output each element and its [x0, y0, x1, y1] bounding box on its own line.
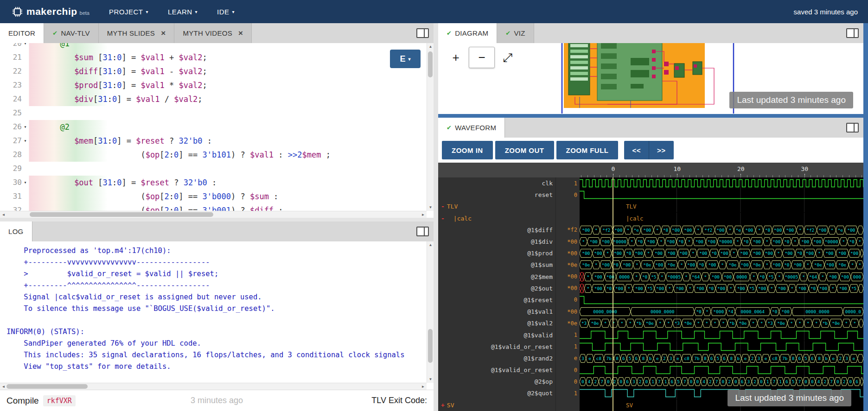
svg-text:*8: *8: [663, 228, 669, 233]
editor-vertical-scrollbar[interactable]: ▲ ▼: [427, 43, 434, 211]
svg-text:0: 0: [722, 379, 725, 384]
svg-text:7: 7: [830, 379, 833, 384]
wave-row[interactable]: reset0: [438, 189, 863, 201]
code-line[interactable]: 21 $sum [31:0] = $val1 + $val2;: [0, 51, 427, 64]
code-line[interactable]: 25: [0, 106, 427, 120]
tab-nav-tlv[interactable]: ✔ NAV-TLV: [44, 23, 99, 43]
wave-scroll-left-button[interactable]: <<: [624, 141, 649, 159]
waveform-canvas[interactable]: clk1reset0-TLVTLV-|calc|calc@1$diff*f2*0…: [438, 177, 863, 411]
menu-learn[interactable]: LEARN▾: [168, 8, 198, 16]
svg-text:*00: *00: [753, 251, 761, 256]
waveform-timeline[interactable]: 0102030: [438, 163, 863, 177]
scroll-down-icon[interactable]: ▼: [427, 204, 434, 211]
scroll-right-icon[interactable]: ►: [420, 211, 427, 218]
fold-icon[interactable]: ▾: [22, 134, 29, 148]
compile-id-badge[interactable]: rkfVXR: [43, 395, 76, 406]
editor-menu-button[interactable]: E ▾: [390, 50, 421, 68]
wave-zoom-full-button[interactable]: ZOOM FULL: [556, 141, 619, 159]
wave-row[interactable]: @1$valid_or_reset1: [438, 341, 863, 353]
wave-row[interactable]: @2$out*00**00*0*00**00*5*00**00**00*0*00…: [438, 283, 863, 294]
code-line[interactable]: 24 $div[31:0] = $val1 / $val2;: [0, 92, 427, 106]
wave-row[interactable]: @1$valid1: [438, 329, 863, 341]
wave-scroll-right-button[interactable]: >>: [649, 141, 674, 159]
scroll-right-icon[interactable]: ►: [420, 383, 427, 390]
wave-row[interactable]: @1$diff*f2*00**f2*00**e*00**8*00*00**f2*…: [438, 224, 863, 236]
code-line[interactable]: 22 $diff[31:0] = $val1 - $val2;: [0, 64, 427, 78]
split-pane-icon[interactable]: [416, 227, 429, 236]
log-line: This includes: 35 signal declarations, 1…: [6, 349, 427, 361]
wave-row[interactable]: @1$prod*00*00*00**00*0*00**00*00*00**00*…: [438, 247, 863, 259]
fold-icon[interactable]: ▾: [22, 176, 29, 190]
collapse-icon[interactable]: -: [441, 203, 445, 210]
zoom-in-button[interactable]: +: [446, 47, 466, 68]
fold-icon[interactable]: ▾: [22, 120, 29, 134]
menu-ide[interactable]: IDE▾: [217, 8, 235, 16]
log-vertical-scrollbar[interactable]: ▲ ▼: [427, 241, 434, 383]
wave-row[interactable]: @1$rand2e3ec87b86568be23ec87b86568be23ec…: [438, 353, 863, 364]
pane-divider[interactable]: [438, 114, 868, 118]
menu-project[interactable]: PROJECT▾: [109, 8, 148, 16]
signal-name: @1$sum: [531, 261, 553, 268]
svg-text:*: *: [831, 228, 834, 233]
code-line[interactable]: 23 $prod[31:0] = $val1 * $val2;: [0, 78, 427, 92]
code-line[interactable]: 27▾ $mem[31:0] = $reset ? 32'b0 :: [0, 134, 427, 148]
timeline-tick-label: 0: [612, 165, 615, 172]
wave-row[interactable]: -TLVTLV: [438, 201, 863, 212]
wave-row[interactable]: -|calc|calc: [438, 213, 863, 224]
diagram-canvas[interactable]: + − ⤢: [438, 43, 863, 114]
wave-row[interactable]: clk1: [438, 177, 863, 189]
pane-divider[interactable]: [863, 23, 868, 411]
wave-row[interactable]: @1$reset0: [438, 294, 863, 306]
editor-horizontal-scrollbar[interactable]: ◄ ►: [0, 211, 427, 218]
wave-zoom-in-button[interactable]: ZOOM IN: [442, 141, 493, 159]
code-line[interactable]: 31 ($op[2:0] == 3'b000) ? $sum :: [0, 190, 427, 203]
code-line[interactable]: 20▾ @1: [0, 43, 427, 51]
scroll-left-icon[interactable]: ◄: [0, 383, 7, 390]
scroll-down-icon[interactable]: ▼: [427, 376, 434, 383]
zoom-fit-button[interactable]: ⤢: [498, 47, 518, 68]
tab-editor[interactable]: EDITOR: [0, 23, 44, 43]
tab-diagram[interactable]: ✔ DIAGRAM: [438, 23, 497, 43]
log-horizontal-scrollbar[interactable]: ◄ ►: [0, 383, 427, 390]
scroll-up-icon[interactable]: ▲: [427, 241, 434, 248]
code-line[interactable]: 29: [0, 162, 427, 176]
wave-row[interactable]: @1$val1*000000_00000000_0000*0**000*4000…: [438, 306, 863, 317]
svg-text:e: e: [656, 356, 659, 361]
split-pane-icon[interactable]: [846, 28, 859, 38]
signal-value: *00: [555, 247, 580, 259]
code-editor[interactable]: 20▾ @121 $sum [31:0] = $val1 + $val2;22 …: [0, 43, 427, 211]
close-icon[interactable]: ×: [238, 29, 243, 38]
wave-row[interactable]: @1$valid_or_reset0: [438, 364, 863, 376]
makerchip-logo[interactable]: makerchip beta: [12, 6, 89, 17]
code-line[interactable]: 28 ($op[2:0] == 3'b101) ? $val1 : >>2$me…: [0, 148, 427, 162]
code-line[interactable]: 30▾ $out [31:0] = $reset ? 32'b0 :: [0, 176, 427, 190]
tab-myth-videos[interactable]: MYTH VIDEOS ×: [174, 23, 252, 43]
wave-row[interactable]: @1$sum*0e*0e**00*0*00**0e*00*0e**00*0*00…: [438, 259, 863, 271]
scroll-left-icon[interactable]: ◄: [0, 211, 7, 218]
split-pane-icon[interactable]: [416, 28, 429, 38]
svg-text:*4: *4: [728, 309, 734, 314]
tab-viz[interactable]: ✔ VIZ: [497, 23, 534, 43]
split-pane-icon[interactable]: [846, 123, 859, 133]
zoom-out-button[interactable]: −: [469, 47, 495, 68]
wave-row[interactable]: @1$val2*0e*3*0e*****b*0e***3*0e*****b*0e…: [438, 317, 863, 329]
check-icon: ✔: [505, 30, 511, 37]
svg-text:*00: *00: [606, 274, 614, 279]
tab-log[interactable]: LOG: [0, 221, 32, 241]
scroll-up-icon[interactable]: ▲: [427, 43, 434, 50]
code-line[interactable]: 32 ($op[2:0] == 3'b001) ? $diff :: [0, 203, 427, 211]
wave-row[interactable]: @1$div*00**00*00*0000**0*00**00*0**00*00…: [438, 236, 863, 247]
svg-text:*0: *0: [626, 251, 632, 256]
collapse-icon[interactable]: -: [441, 215, 445, 222]
code-line[interactable]: 26▾ @2: [0, 120, 427, 134]
tab-myth-slides[interactable]: MYTH SLIDES ×: [99, 23, 175, 43]
tab-waveform[interactable]: ✔ WAVEFORM: [438, 118, 505, 138]
wave-row[interactable]: @2$mem*00**00*000000**0*5**0005**64**00*…: [438, 271, 863, 283]
close-icon[interactable]: ×: [161, 29, 166, 38]
svg-text:*: *: [753, 274, 755, 279]
fold-icon[interactable]: ▾: [22, 43, 29, 51]
wave-zoom-out-button[interactable]: ZOOM OUT: [495, 141, 554, 159]
expand-icon[interactable]: +: [441, 402, 445, 409]
wave-row[interactable]: @2$op00427020632017165700427020632017165…: [438, 376, 863, 387]
svg-text:*0: *0: [797, 251, 803, 256]
